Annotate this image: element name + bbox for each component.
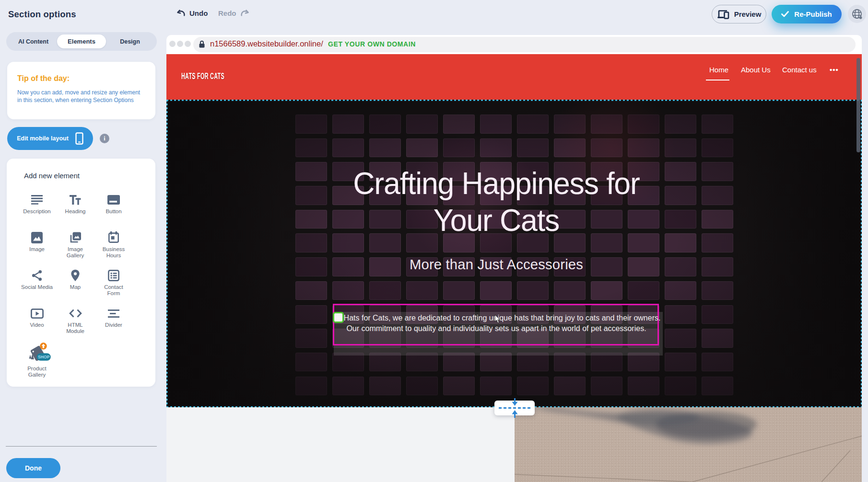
- svg-text:SHOP: SHOP: [38, 355, 50, 359]
